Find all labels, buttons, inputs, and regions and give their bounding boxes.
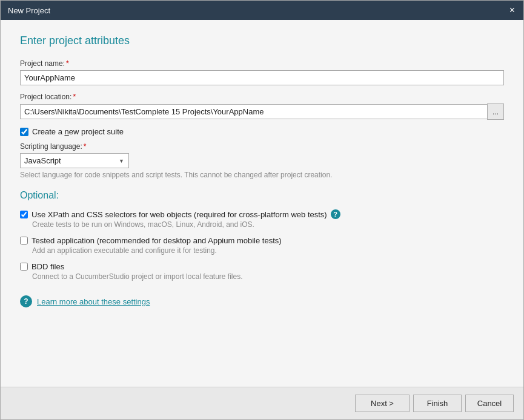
title-bar: New Project × [1,1,523,20]
bdd-option-block: BDD files Connect to a CucumberStudio pr… [20,262,504,281]
bdd-label: BDD files [32,262,64,271]
dialog-content: Enter project attributes Project name:* … [1,20,523,387]
create-suite-row: Create a new project suite [20,127,504,136]
scripting-language-hint: Select language for code snippets and sc… [20,171,504,179]
bdd-checkbox[interactable] [20,263,28,271]
bdd-desc: Connect to a CucumberStudio project or i… [32,272,504,281]
location-row: ... [20,103,504,120]
new-project-dialog: New Project × Enter project attributes P… [0,0,524,420]
xpath-checkbox[interactable] [20,211,28,218]
tested-app-label: Tested application (recommended for desk… [32,236,282,245]
xpath-label: Use XPath and CSS selectors for web obje… [32,210,327,219]
project-name-group: Project name:* [20,59,504,85]
xpath-option-block: Use XPath and CSS selectors for web obje… [20,209,504,229]
project-name-label: Project name:* [20,59,504,68]
footer-link-row: ? Learn more about these settings [20,288,504,307]
project-location-group: Project location:* ... [20,93,504,120]
dialog-title: New Project [8,6,50,15]
xpath-desc: Create tests to be run on Windows, macOS… [32,220,504,229]
project-location-label: Project location:* [20,93,504,101]
tested-app-main-row: Tested application (recommended for desk… [20,236,504,245]
project-location-input[interactable] [20,104,487,119]
button-bar: Next > Finish Cancel [1,387,523,419]
optional-title: Optional: [20,190,504,201]
close-button[interactable]: × [508,5,516,15]
scripting-language-group: Scripting language:* JavaScript Python V… [20,142,504,179]
tested-app-option-block: Tested application (recommended for desk… [20,236,504,255]
create-suite-checkbox[interactable] [20,128,28,136]
section-title: Enter project attributes [20,34,504,47]
bdd-main-row: BDD files [20,262,504,271]
xpath-help-icon[interactable]: ? [331,209,340,219]
tested-app-desc: Add an application executable and config… [32,246,504,255]
tested-app-checkbox[interactable] [20,237,28,244]
learn-more-link[interactable]: Learn more about these settings [37,297,150,306]
footer-help-icon[interactable]: ? [20,295,32,307]
finish-button[interactable]: Finish [413,395,462,412]
create-suite-label: Create a new project suite [32,127,124,136]
scripting-language-label: Scripting language:* [20,142,504,151]
browse-button[interactable]: ... [487,103,504,120]
scripting-select-wrapper: JavaScript Python VBScript DelphiScript … [20,153,129,168]
xpath-main-row: Use XPath and CSS selectors for web obje… [20,209,504,219]
cancel-button[interactable]: Cancel [465,395,514,412]
scripting-language-select[interactable]: JavaScript Python VBScript DelphiScript … [20,153,129,168]
project-name-input[interactable] [20,70,504,85]
next-button[interactable]: Next > [355,395,410,412]
